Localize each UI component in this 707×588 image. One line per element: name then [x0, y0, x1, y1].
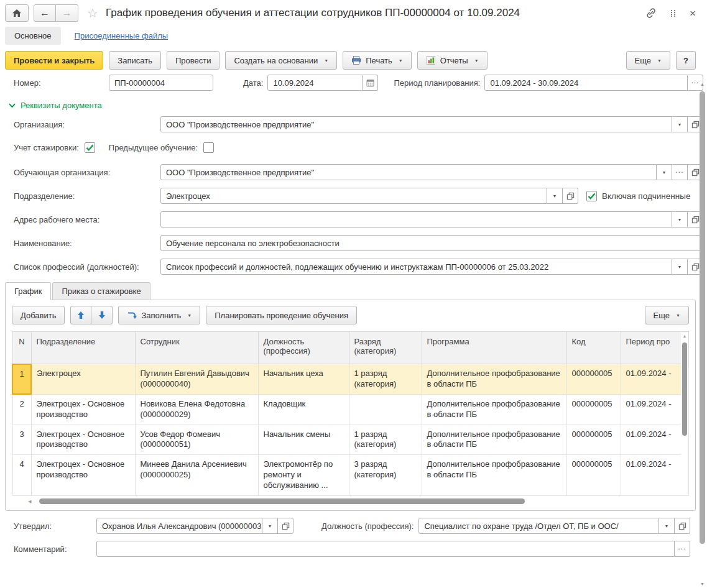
col-n[interactable]: N — [12, 332, 31, 364]
help-button[interactable]: ? — [676, 51, 696, 70]
col-position[interactable]: Должность (профессия) — [258, 332, 349, 364]
move-down-icon — [98, 311, 106, 319]
table-row[interactable]: 4 Электроцех - Основное производство Мин… — [12, 455, 689, 496]
include-subordinate-label: Включая подчиненные — [602, 191, 690, 201]
date-input[interactable]: 10.09.2024 — [267, 75, 363, 91]
position-open-button[interactable] — [675, 518, 690, 534]
table-row[interactable]: 3 Электроцех - Основное производство Усо… — [12, 425, 689, 455]
training-org-input[interactable]: ООО "Производственное предприятие" — [160, 164, 657, 180]
organization-combo: ООО "Производственное предприятие" ▼ — [160, 116, 703, 132]
col-period[interactable]: Период про — [621, 332, 689, 364]
training-org-ellipsis-button[interactable]: ... — [672, 164, 688, 180]
col-program[interactable]: Программа — [422, 332, 566, 364]
table-vscroll-thumb[interactable] — [682, 342, 687, 436]
main-vertical-scrollbar[interactable]: ▲ ▼ — [698, 81, 706, 586]
move-down-button[interactable] — [91, 306, 113, 324]
organization-input[interactable]: ООО "Производственное предприятие" — [160, 116, 672, 132]
grid-more-button[interactable]: Еще ▼ — [645, 306, 689, 324]
professions-list-input[interactable]: Список профессий и должностей, подлежащи… — [160, 259, 672, 275]
organization-select-button[interactable]: ▼ — [672, 116, 688, 132]
col-grade[interactable]: Разряд (категория) — [349, 332, 422, 364]
table-row[interactable]: 2 Электроцех - Основное производство Нов… — [12, 394, 689, 425]
table-horizontal-scrollbar[interactable]: ◀ — [13, 498, 688, 505]
scroll-up-icon[interactable]: ▲ — [698, 82, 706, 86]
cell-department: Электроцех - Основное производство — [31, 455, 135, 496]
name-input[interactable]: Обучение персонала по электробезопасност… — [160, 235, 703, 251]
check-icon — [86, 144, 94, 151]
training-org-select-button[interactable]: ▼ — [657, 164, 672, 180]
close-icon[interactable]: × — [690, 8, 696, 19]
grid-toolbar: Добавить Заполнить ▼ Планировать проведе… — [6, 300, 695, 330]
number-input[interactable]: ПП-00000004 — [109, 75, 213, 91]
comment-ellipsis-button[interactable]: ... — [675, 541, 690, 557]
cell-position: Начальник цеха — [258, 364, 349, 395]
approved-select-button[interactable]: ▼ — [262, 518, 278, 534]
table-row[interactable]: 1 Электроцех Путилин Евгений Давыдович (… — [12, 364, 689, 395]
chevron-down-icon: ▼ — [268, 524, 272, 528]
create-on-basis-button[interactable]: Создать на основании ▼ — [225, 51, 337, 70]
attached-files-link[interactable]: Присоединенные файлы — [75, 31, 169, 40]
table-vertical-scrollbar[interactable]: ▲ — [681, 333, 688, 495]
table-hscroll-thumb[interactable] — [39, 498, 525, 504]
number-label: Номер: — [14, 78, 109, 88]
schedule-table: N Подразделение Сотрудник Должность (про… — [12, 331, 689, 496]
plan-training-button[interactable]: Планировать проведение обучения — [206, 306, 357, 324]
back-button[interactable]: ← — [34, 4, 56, 22]
professions-list-combo: Список профессий и должностей, подлежащи… — [160, 259, 703, 275]
scroll-up-icon[interactable]: ▲ — [681, 334, 688, 338]
move-up-button[interactable] — [70, 306, 91, 324]
department-input[interactable]: Электроцех — [160, 188, 547, 204]
add-row-button[interactable]: Добавить — [12, 306, 65, 324]
previous-training-label: Предыдущее обучение: — [109, 143, 198, 152]
position-select-button[interactable]: ▼ — [659, 518, 675, 534]
home-button[interactable] — [5, 4, 29, 22]
position-input[interactable]: Специалист по охране труда /Отдел ОТ, ПБ… — [418, 518, 659, 534]
tab-schedule[interactable]: График — [5, 282, 51, 300]
forward-button[interactable]: → — [56, 4, 78, 22]
department-select-button[interactable]: ▼ — [547, 188, 563, 204]
chevron-down-icon — [9, 103, 16, 108]
comment-label: Комментарий: — [14, 544, 96, 554]
col-department[interactable]: Подразделение — [31, 332, 135, 364]
department-open-button[interactable] — [563, 188, 578, 204]
tab-internship-order[interactable]: Приказ о стажировке — [52, 282, 150, 300]
chevron-down-icon: ▼ — [657, 58, 662, 63]
calendar-button[interactable] — [363, 75, 378, 91]
chevron-down-icon: ▼ — [678, 122, 682, 127]
move-buttons — [70, 306, 113, 324]
write-button[interactable]: Записать — [109, 51, 161, 70]
create-on-basis-label: Создать на основании — [234, 56, 318, 65]
scroll-left-icon[interactable]: ◀ — [28, 499, 31, 504]
open-icon — [566, 192, 575, 200]
comment-input[interactable] — [96, 541, 675, 557]
workplace-address-select-button[interactable]: ▼ — [672, 211, 688, 227]
col-code[interactable]: Код — [566, 332, 621, 364]
reports-button[interactable]: Отчеты ▼ — [417, 51, 488, 70]
col-employee[interactable]: Сотрудник — [135, 332, 258, 364]
more-button[interactable]: Еще ▼ — [626, 51, 670, 70]
main-vscroll-thumb[interactable] — [700, 91, 705, 544]
tab-main[interactable]: Основное — [5, 27, 61, 45]
print-button[interactable]: Печать ▼ — [343, 51, 412, 70]
fill-button[interactable]: Заполнить ▼ — [118, 306, 200, 324]
professions-list-select-button[interactable]: ▼ — [672, 259, 688, 275]
previous-training-checkbox[interactable] — [203, 142, 214, 153]
menu-dots-icon[interactable] — [671, 10, 676, 17]
include-subordinate-checkbox[interactable] — [586, 191, 597, 201]
cell-period: 01.09.2024 - — [621, 455, 689, 496]
requisites-group-header[interactable]: Реквизиты документа — [0, 98, 707, 116]
workplace-address-combo: ▼ — [160, 211, 703, 227]
workplace-address-input[interactable] — [160, 211, 672, 227]
link-icon[interactable] — [645, 7, 657, 19]
organization-label: Организация: — [14, 120, 160, 129]
scroll-down-icon[interactable]: ▼ — [698, 582, 706, 586]
favorite-star-icon[interactable]: ☆ — [87, 7, 98, 19]
post-and-close-button[interactable]: Провести и закрыть — [5, 51, 103, 70]
approved-input[interactable]: Охранов Илья Александрович (0000000032 — [96, 518, 262, 534]
post-button[interactable]: Провести — [167, 51, 220, 70]
planning-period-input[interactable]: 01.09.2024 - 30.09.2024 — [484, 75, 688, 91]
internship-checkbox[interactable] — [85, 142, 95, 153]
approved-open-button[interactable] — [278, 518, 293, 534]
cell-program: Дополнительное профобразование в области… — [422, 394, 566, 425]
cell-employee: Усов Федор Фомевич (0000000051) — [135, 425, 258, 455]
